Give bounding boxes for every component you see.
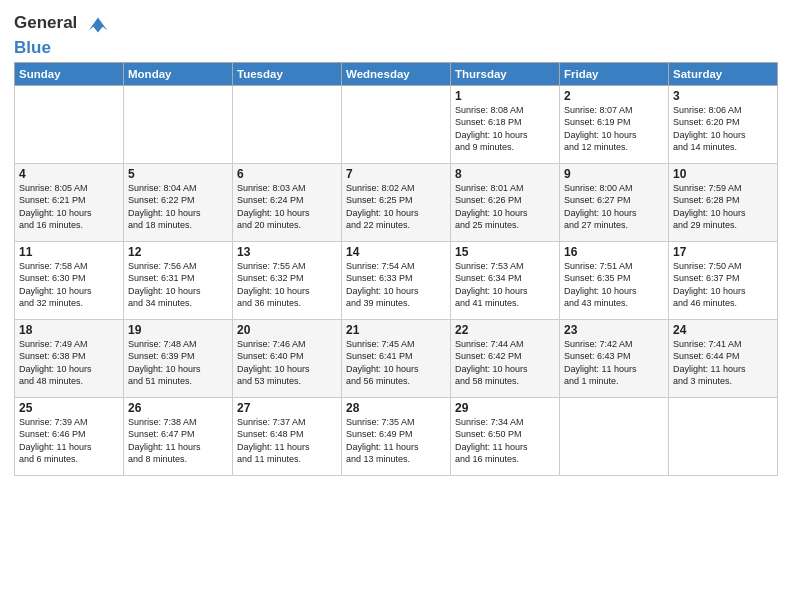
day-info: Sunrise: 7:46 AM Sunset: 6:40 PM Dayligh… (237, 338, 337, 388)
calendar-cell: 5Sunrise: 8:04 AM Sunset: 6:22 PM Daylig… (124, 163, 233, 241)
col-header-wednesday: Wednesday (342, 62, 451, 85)
calendar-cell: 27Sunrise: 7:37 AM Sunset: 6:48 PM Dayli… (233, 397, 342, 475)
calendar-cell: 24Sunrise: 7:41 AM Sunset: 6:44 PM Dayli… (669, 319, 778, 397)
day-number: 19 (128, 323, 228, 337)
calendar-cell: 6Sunrise: 8:03 AM Sunset: 6:24 PM Daylig… (233, 163, 342, 241)
day-info: Sunrise: 7:50 AM Sunset: 6:37 PM Dayligh… (673, 260, 773, 310)
logo: General Blue (14, 10, 112, 58)
day-number: 12 (128, 245, 228, 259)
calendar-cell: 29Sunrise: 7:34 AM Sunset: 6:50 PM Dayli… (451, 397, 560, 475)
day-info: Sunrise: 8:01 AM Sunset: 6:26 PM Dayligh… (455, 182, 555, 232)
header: General Blue (14, 10, 778, 58)
calendar-cell: 16Sunrise: 7:51 AM Sunset: 6:35 PM Dayli… (560, 241, 669, 319)
day-number: 4 (19, 167, 119, 181)
day-info: Sunrise: 8:08 AM Sunset: 6:18 PM Dayligh… (455, 104, 555, 154)
calendar-cell: 25Sunrise: 7:39 AM Sunset: 6:46 PM Dayli… (15, 397, 124, 475)
calendar-cell (669, 397, 778, 475)
calendar-cell: 10Sunrise: 7:59 AM Sunset: 6:28 PM Dayli… (669, 163, 778, 241)
calendar-cell: 18Sunrise: 7:49 AM Sunset: 6:38 PM Dayli… (15, 319, 124, 397)
day-info: Sunrise: 8:06 AM Sunset: 6:20 PM Dayligh… (673, 104, 773, 154)
day-info: Sunrise: 8:00 AM Sunset: 6:27 PM Dayligh… (564, 182, 664, 232)
calendar-cell (124, 85, 233, 163)
day-info: Sunrise: 7:35 AM Sunset: 6:49 PM Dayligh… (346, 416, 446, 466)
calendar-cell: 26Sunrise: 7:38 AM Sunset: 6:47 PM Dayli… (124, 397, 233, 475)
logo-bird-icon (84, 10, 112, 38)
calendar-cell: 14Sunrise: 7:54 AM Sunset: 6:33 PM Dayli… (342, 241, 451, 319)
col-header-thursday: Thursday (451, 62, 560, 85)
col-header-saturday: Saturday (669, 62, 778, 85)
calendar-cell (15, 85, 124, 163)
day-number: 27 (237, 401, 337, 415)
day-number: 6 (237, 167, 337, 181)
day-number: 10 (673, 167, 773, 181)
col-header-monday: Monday (124, 62, 233, 85)
day-number: 21 (346, 323, 446, 337)
calendar-cell: 12Sunrise: 7:56 AM Sunset: 6:31 PM Dayli… (124, 241, 233, 319)
col-header-friday: Friday (560, 62, 669, 85)
day-info: Sunrise: 7:37 AM Sunset: 6:48 PM Dayligh… (237, 416, 337, 466)
day-number: 2 (564, 89, 664, 103)
week-row-4: 18Sunrise: 7:49 AM Sunset: 6:38 PM Dayli… (15, 319, 778, 397)
calendar-cell (560, 397, 669, 475)
day-number: 11 (19, 245, 119, 259)
calendar-table: SundayMondayTuesdayWednesdayThursdayFrid… (14, 62, 778, 476)
week-row-2: 4Sunrise: 8:05 AM Sunset: 6:21 PM Daylig… (15, 163, 778, 241)
week-row-1: 1Sunrise: 8:08 AM Sunset: 6:18 PM Daylig… (15, 85, 778, 163)
day-number: 15 (455, 245, 555, 259)
day-number: 5 (128, 167, 228, 181)
calendar-cell (342, 85, 451, 163)
day-info: Sunrise: 8:03 AM Sunset: 6:24 PM Dayligh… (237, 182, 337, 232)
calendar-cell (233, 85, 342, 163)
day-info: Sunrise: 7:53 AM Sunset: 6:34 PM Dayligh… (455, 260, 555, 310)
calendar-cell: 7Sunrise: 8:02 AM Sunset: 6:25 PM Daylig… (342, 163, 451, 241)
day-number: 13 (237, 245, 337, 259)
day-number: 14 (346, 245, 446, 259)
col-header-sunday: Sunday (15, 62, 124, 85)
day-number: 9 (564, 167, 664, 181)
calendar-cell: 9Sunrise: 8:00 AM Sunset: 6:27 PM Daylig… (560, 163, 669, 241)
day-info: Sunrise: 7:48 AM Sunset: 6:39 PM Dayligh… (128, 338, 228, 388)
day-info: Sunrise: 7:56 AM Sunset: 6:31 PM Dayligh… (128, 260, 228, 310)
calendar-cell: 28Sunrise: 7:35 AM Sunset: 6:49 PM Dayli… (342, 397, 451, 475)
calendar-cell: 21Sunrise: 7:45 AM Sunset: 6:41 PM Dayli… (342, 319, 451, 397)
calendar-cell: 22Sunrise: 7:44 AM Sunset: 6:42 PM Dayli… (451, 319, 560, 397)
day-info: Sunrise: 7:51 AM Sunset: 6:35 PM Dayligh… (564, 260, 664, 310)
week-row-5: 25Sunrise: 7:39 AM Sunset: 6:46 PM Dayli… (15, 397, 778, 475)
day-number: 7 (346, 167, 446, 181)
day-number: 1 (455, 89, 555, 103)
day-number: 25 (19, 401, 119, 415)
logo-general: General (14, 10, 112, 38)
day-number: 8 (455, 167, 555, 181)
day-number: 18 (19, 323, 119, 337)
calendar-cell: 4Sunrise: 8:05 AM Sunset: 6:21 PM Daylig… (15, 163, 124, 241)
calendar-cell: 23Sunrise: 7:42 AM Sunset: 6:43 PM Dayli… (560, 319, 669, 397)
day-info: Sunrise: 7:44 AM Sunset: 6:42 PM Dayligh… (455, 338, 555, 388)
day-info: Sunrise: 7:54 AM Sunset: 6:33 PM Dayligh… (346, 260, 446, 310)
day-number: 16 (564, 245, 664, 259)
calendar-cell: 17Sunrise: 7:50 AM Sunset: 6:37 PM Dayli… (669, 241, 778, 319)
day-info: Sunrise: 7:34 AM Sunset: 6:50 PM Dayligh… (455, 416, 555, 466)
day-info: Sunrise: 7:41 AM Sunset: 6:44 PM Dayligh… (673, 338, 773, 388)
day-info: Sunrise: 8:04 AM Sunset: 6:22 PM Dayligh… (128, 182, 228, 232)
col-header-tuesday: Tuesday (233, 62, 342, 85)
day-info: Sunrise: 7:45 AM Sunset: 6:41 PM Dayligh… (346, 338, 446, 388)
day-info: Sunrise: 7:38 AM Sunset: 6:47 PM Dayligh… (128, 416, 228, 466)
logo-blue: Blue (14, 38, 112, 58)
calendar-cell: 20Sunrise: 7:46 AM Sunset: 6:40 PM Dayli… (233, 319, 342, 397)
day-number: 23 (564, 323, 664, 337)
calendar-cell: 8Sunrise: 8:01 AM Sunset: 6:26 PM Daylig… (451, 163, 560, 241)
header-row: SundayMondayTuesdayWednesdayThursdayFrid… (15, 62, 778, 85)
day-info: Sunrise: 7:42 AM Sunset: 6:43 PM Dayligh… (564, 338, 664, 388)
day-number: 28 (346, 401, 446, 415)
day-number: 20 (237, 323, 337, 337)
day-info: Sunrise: 7:49 AM Sunset: 6:38 PM Dayligh… (19, 338, 119, 388)
day-info: Sunrise: 7:58 AM Sunset: 6:30 PM Dayligh… (19, 260, 119, 310)
calendar-cell: 19Sunrise: 7:48 AM Sunset: 6:39 PM Dayli… (124, 319, 233, 397)
calendar-cell: 2Sunrise: 8:07 AM Sunset: 6:19 PM Daylig… (560, 85, 669, 163)
day-info: Sunrise: 7:55 AM Sunset: 6:32 PM Dayligh… (237, 260, 337, 310)
day-number: 3 (673, 89, 773, 103)
calendar-cell: 13Sunrise: 7:55 AM Sunset: 6:32 PM Dayli… (233, 241, 342, 319)
day-number: 22 (455, 323, 555, 337)
day-info: Sunrise: 8:07 AM Sunset: 6:19 PM Dayligh… (564, 104, 664, 154)
calendar-cell: 1Sunrise: 8:08 AM Sunset: 6:18 PM Daylig… (451, 85, 560, 163)
